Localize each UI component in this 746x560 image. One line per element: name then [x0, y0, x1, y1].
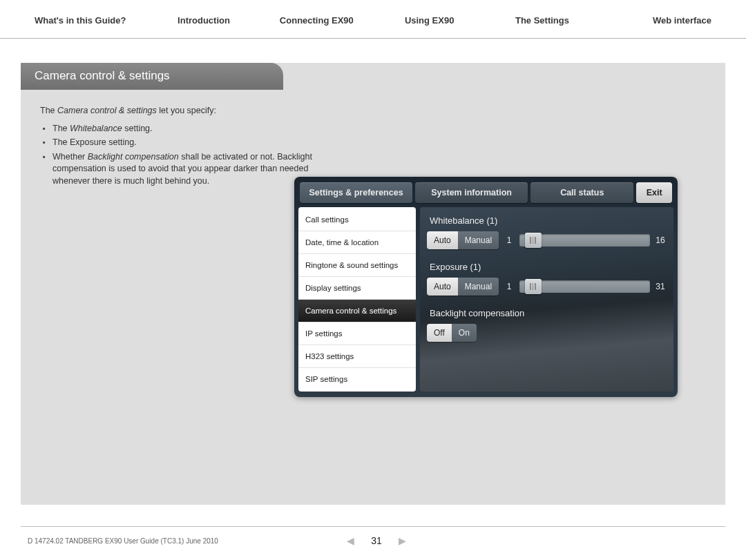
device-settings-panel: Settings & preferences System informatio…	[294, 177, 678, 397]
sidebar-item-ringtone[interactable]: Ringtone & sound settings	[298, 254, 416, 277]
backlight-title: Backlight compensation	[427, 304, 667, 324]
whitebalance-manual[interactable]: Manual	[458, 231, 499, 249]
nav-using[interactable]: Using EX90	[373, 15, 486, 38]
device-tabs: Settings & preferences System informatio…	[298, 181, 673, 207]
tab-exit[interactable]: Exit	[636, 182, 672, 203]
nav-web-interface[interactable]: Web interface	[599, 15, 725, 38]
exposure-mode-toggle[interactable]: Auto Manual	[427, 278, 499, 296]
sidebar-item-ip[interactable]: IP settings	[298, 322, 416, 345]
backlight-on[interactable]: On	[452, 324, 477, 342]
whitebalance-mode-toggle[interactable]: Auto Manual	[427, 231, 499, 249]
sidebar-item-date-time[interactable]: Date, time & location	[298, 231, 416, 254]
exposure-title: Exposure (1)	[427, 258, 667, 278]
whitebalance-max: 16	[654, 235, 667, 245]
nav-whats-in-guide[interactable]: What's in this Guide?	[21, 15, 147, 38]
exposure-min: 1	[503, 282, 515, 291]
backlight-off[interactable]: Off	[427, 324, 452, 342]
bullet-exposure: The Exposure setting.	[40, 137, 345, 149]
exposure-slider[interactable]	[519, 280, 650, 293]
tab-system-information[interactable]: System information	[415, 182, 528, 203]
section-header: Camera control & settings	[21, 63, 283, 90]
exposure-max: 31	[654, 282, 667, 291]
sidebar-item-display[interactable]: Display settings	[298, 277, 416, 300]
whitebalance-slider[interactable]	[519, 234, 650, 247]
whitebalance-min: 1	[503, 235, 515, 245]
sidebar-item-sip[interactable]: SIP settings	[298, 368, 416, 390]
whitebalance-group: Whitebalance (1) Auto Manual 1 16	[427, 211, 667, 249]
sidebar-item-h323[interactable]: H323 settings	[298, 345, 416, 368]
whitebalance-title: Whitebalance (1)	[427, 211, 667, 231]
tab-settings-preferences[interactable]: Settings & preferences	[300, 182, 412, 203]
settings-body: Whitebalance (1) Auto Manual 1 16	[420, 207, 673, 392]
page-navigation: ◀ 31 ▶	[307, 535, 446, 546]
doc-id: D 14724.02 TANDBERG EX90 User Guide (TC3…	[21, 537, 307, 545]
page-footer: D 14724.02 TANDBERG EX90 User Guide (TC3…	[21, 526, 725, 546]
sidebar-item-camera-control[interactable]: Camera control & settings	[298, 300, 416, 322]
exposure-group: Exposure (1) Auto Manual 1 31	[427, 258, 667, 296]
description-block: The Camera control & settings let you sp…	[21, 90, 345, 187]
nav-introduction[interactable]: Introduction	[147, 15, 260, 38]
prev-page-icon[interactable]: ◀	[347, 535, 354, 546]
page-number: 31	[371, 535, 382, 546]
description-intro: The Camera control & settings let you sp…	[40, 105, 345, 117]
whitebalance-auto[interactable]: Auto	[427, 231, 458, 249]
tab-call-status[interactable]: Call status	[530, 182, 633, 203]
next-page-icon[interactable]: ▶	[399, 535, 406, 546]
exposure-auto[interactable]: Auto	[427, 278, 458, 296]
whitebalance-slider-thumb[interactable]	[525, 233, 542, 248]
nav-connecting[interactable]: Connecting EX90	[260, 15, 373, 38]
settings-sidebar: Call settings Date, time & location Ring…	[298, 207, 416, 392]
exposure-manual[interactable]: Manual	[458, 278, 499, 296]
backlight-toggle[interactable]: Off On	[427, 324, 477, 342]
nav-the-settings[interactable]: The Settings	[486, 15, 598, 38]
content-area: Camera control & settings The Camera con…	[21, 63, 725, 505]
top-nav: What's in this Guide? Introduction Conne…	[0, 0, 746, 39]
exposure-slider-thumb[interactable]	[525, 279, 542, 294]
backlight-group: Backlight compensation Off On	[427, 304, 667, 342]
sidebar-item-call-settings[interactable]: Call settings	[298, 209, 416, 231]
bullet-whitebalance: The Whitebalance setting.	[40, 123, 345, 135]
